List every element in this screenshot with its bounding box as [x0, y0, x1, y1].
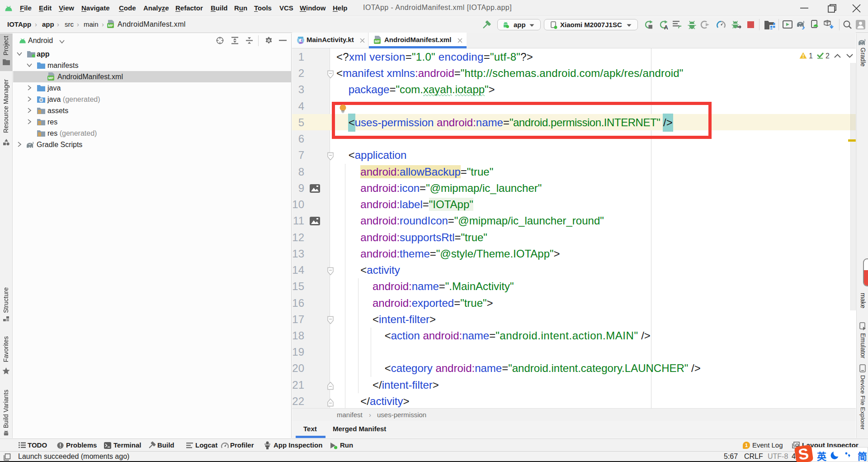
- svg-text:A: A: [664, 24, 668, 29]
